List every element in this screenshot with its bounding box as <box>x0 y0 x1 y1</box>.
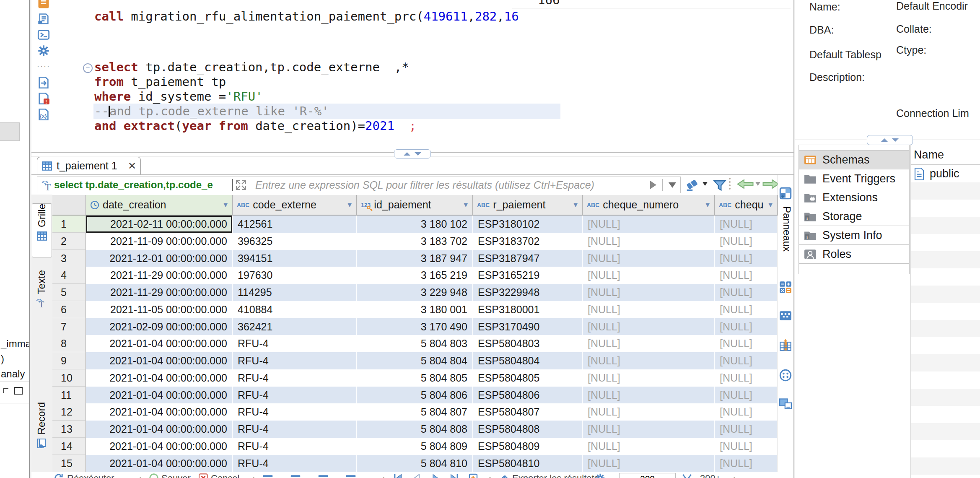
grid-cell[interactable]: 394151 <box>233 250 357 267</box>
filter-history-dropdown-icon[interactable] <box>669 182 676 188</box>
row-number[interactable]: 3 <box>52 250 86 267</box>
grid-cell[interactable]: ESP5804806 <box>473 387 583 404</box>
grid-cell[interactable]: RFU-4 <box>233 369 357 387</box>
grid-cell[interactable]: [NULL] <box>583 318 715 335</box>
grid-cell[interactable]: 2021-01-04 00:00:00.000 <box>86 438 233 455</box>
grid-cell[interactable]: [NULL] <box>583 233 715 250</box>
clear-filter-button[interactable] <box>685 179 699 192</box>
nav-first-button[interactable] <box>393 473 403 478</box>
grid-cell[interactable]: [NULL] <box>715 267 778 284</box>
column-menu-icon[interactable]: ▼ <box>346 201 353 209</box>
panels-tab-label[interactable]: Panneaux <box>781 206 793 252</box>
column-menu-icon[interactable]: ▼ <box>572 201 579 209</box>
grid-cell[interactable]: RFU-4 <box>233 335 357 352</box>
grid-cell[interactable]: 2021-11-05 00:00:00.000 <box>86 301 233 318</box>
bars-button[interactable] <box>263 473 273 478</box>
grid-cell[interactable]: [NULL] <box>583 301 715 318</box>
grid-cell[interactable]: 197630 <box>233 267 357 284</box>
close-tab-icon[interactable]: ✕ <box>128 160 136 172</box>
grid-cell[interactable]: [NULL] <box>583 250 715 267</box>
grid-cell[interactable]: 5 804 807 <box>357 403 473 421</box>
fetch-button[interactable] <box>682 473 692 478</box>
grid-cell[interactable]: [NULL] <box>715 369 778 387</box>
nav-back-dropdown[interactable] <box>755 182 760 186</box>
name-column-header[interactable]: Name <box>911 145 980 161</box>
grid-cell[interactable]: 2021-01-04 00:00:00.000 <box>86 421 233 438</box>
column-header-id_paiement[interactable]: 123id_paiement▼ <box>357 195 473 216</box>
grid-cell[interactable]: 3 180 001 <box>357 301 473 318</box>
grid-cell[interactable]: 2021-01-04 00:00:00.000 <box>86 369 233 387</box>
nav-next-button[interactable] <box>430 473 441 478</box>
grid-cell[interactable]: RFU-4 <box>233 352 357 369</box>
nav-prev-button[interactable] <box>412 473 422 478</box>
bars-button[interactable] <box>318 473 328 478</box>
grid-cell[interactable]: [NULL] <box>583 216 715 233</box>
column-menu-icon[interactable]: ▼ <box>462 201 469 209</box>
row-number[interactable]: 2 <box>52 233 86 250</box>
status-bar-label[interactable]: 200+ <box>700 473 721 478</box>
grid-cell[interactable]: 2021-01-04 00:00:00.000 <box>86 352 233 369</box>
right-panel-splitter-handle[interactable] <box>867 135 913 145</box>
grid-cell[interactable]: [NULL] <box>715 387 778 404</box>
grid-cell[interactable]: [NULL] <box>583 352 715 369</box>
nav-last-button[interactable] <box>449 473 459 478</box>
tree-item-system-info[interactable]: iSystem Info <box>799 226 910 245</box>
grid-cell[interactable]: 2021-01-04 00:00:00.000 <box>86 455 233 472</box>
grid-cell[interactable]: [NULL] <box>583 284 715 301</box>
add-row-button[interactable] <box>468 473 478 478</box>
tree-item-extensions[interactable]: Extensions <box>799 188 910 207</box>
column-header-chequ[interactable]: ABCchequ▼ <box>715 195 778 216</box>
fetch-size-input[interactable] <box>619 473 676 478</box>
grid-cell[interactable]: 5 804 810 <box>357 455 473 472</box>
grid-cell[interactable]: 3 183 702 <box>357 233 473 250</box>
grid-cell[interactable]: 2021-01-04 00:00:00.000 <box>86 335 233 352</box>
cancel-button[interactable] <box>198 473 208 478</box>
grid-cell[interactable]: 396325 <box>233 233 357 250</box>
status-bar-label[interactable]: Sauver <box>161 473 191 478</box>
grid-cell[interactable]: 5 804 809 <box>357 438 473 455</box>
bars-button[interactable] <box>290 473 301 478</box>
panels-icon-button[interactable] <box>779 187 793 201</box>
column-menu-icon[interactable]: ▼ <box>704 201 711 209</box>
grid-cell[interactable]: [NULL] <box>583 369 715 387</box>
row-number[interactable]: 8 <box>52 335 86 352</box>
tree-item-event-triggers[interactable]: Event Triggers <box>799 169 910 188</box>
grid-cell[interactable]: 5 804 803 <box>357 335 473 352</box>
nav-back-button[interactable] <box>737 179 754 190</box>
grid-cell[interactable]: [NULL] <box>715 284 778 301</box>
grid-cell[interactable]: [NULL] <box>715 301 778 318</box>
row-number[interactable]: 5 <box>52 284 86 301</box>
view-tab-record[interactable]: Record <box>32 402 51 465</box>
grid-cell[interactable]: 3 165 219 <box>357 267 473 284</box>
generate-data-icon-button[interactable] <box>779 339 793 353</box>
grid-cell[interactable]: ESP3170490 <box>473 318 583 335</box>
grid-cell[interactable]: [NULL] <box>715 318 778 335</box>
grid-cell[interactable]: [NULL] <box>583 438 715 455</box>
column-header-date_creation[interactable]: date_creation▼ <box>86 195 233 216</box>
grid-cell[interactable]: ESP3183702 <box>473 233 583 250</box>
grid-cell[interactable]: RFU-4 <box>233 387 357 404</box>
row-number[interactable]: 15 <box>52 455 86 472</box>
clear-filter-dropdown[interactable] <box>703 182 708 186</box>
bars-button[interactable] <box>346 473 356 478</box>
grid-cell[interactable]: ESP5804807 <box>473 403 583 421</box>
row-number[interactable]: 4 <box>52 267 86 284</box>
grid-cell[interactable]: 114295 <box>233 284 357 301</box>
grid-cell[interactable]: [NULL] <box>715 421 778 438</box>
grid-cell[interactable]: 3 187 947 <box>357 250 473 267</box>
grid-cell[interactable]: ESP5804805 <box>473 369 583 387</box>
grid-cell[interactable]: 2021-01-04 00:00:00.000 <box>86 403 233 421</box>
row-number[interactable]: 13 <box>52 421 86 438</box>
grid-cell[interactable]: 5 804 804 <box>357 352 473 369</box>
grid-cell[interactable]: 2021-02-11 00:00:00.000 <box>86 216 233 233</box>
layout-icon-button[interactable] <box>779 397 793 412</box>
status-bar-label[interactable]: Cancel <box>211 473 239 478</box>
grid-cell[interactable]: 3 180 102 <box>357 216 473 233</box>
grid-cell[interactable]: 2021-01-04 00:00:00.000 <box>86 387 233 404</box>
grid-cell[interactable]: 2021-11-09 00:00:00.000 <box>86 233 233 250</box>
grid-cell[interactable]: [NULL] <box>715 335 778 352</box>
row-number[interactable]: 7 <box>52 318 86 335</box>
row-number[interactable]: 11 <box>52 387 86 404</box>
grid-cell[interactable]: 412561 <box>233 216 357 233</box>
grid-cell[interactable]: RFU-4 <box>233 455 357 472</box>
